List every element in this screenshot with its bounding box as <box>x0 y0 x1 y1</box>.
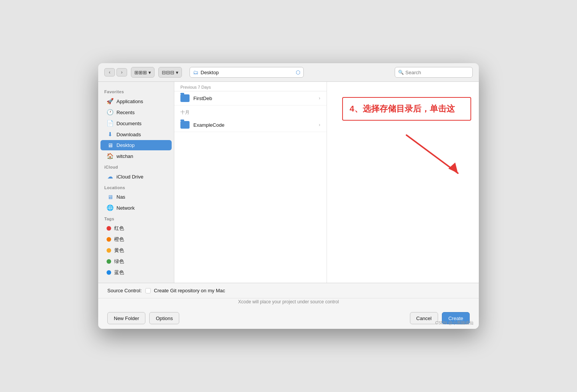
folder-icon: 🗂 <box>193 69 198 75</box>
chevron-down-icon: ▾ <box>148 70 151 75</box>
forward-button[interactable]: › <box>116 68 127 76</box>
watermark: CSDN @小黑猫成仙 <box>435 320 473 326</box>
nas-icon: 🖥 <box>107 194 113 200</box>
sidebar-item-icloud-drive[interactable]: ☁ iCloud Drive <box>100 171 172 182</box>
chevron-down-icon2: ▾ <box>176 70 179 75</box>
view-columns-button[interactable]: ⊞⊞⊞ ▾ <box>131 67 155 78</box>
search-box[interactable]: 🔍 <box>395 67 473 78</box>
file-item-examplecode[interactable]: ExampleCode › <box>174 118 327 132</box>
sidebar-item-nas-label: Nas <box>116 194 125 200</box>
favorites-header: Favorites <box>98 86 174 96</box>
detail-panel: 4、选择存储目录后，单击这 <box>327 82 479 283</box>
annotation-text: 4、选择存储目录后，单击这 <box>350 104 455 113</box>
sidebar-item-desktop-label: Desktop <box>116 142 135 148</box>
locations-header: Locations <box>98 182 174 191</box>
git-checkbox-label: Create Git repository on my Mac <box>154 288 225 293</box>
desktop-icon: 🖥 <box>107 142 113 148</box>
recents-icon: 🕐 <box>107 109 113 116</box>
toolbar: ‹ › ⊞⊞⊞ ▾ ⊟⊟⊟ ▾ 🗂 Desktop ⬡ 🔍 <box>98 63 479 82</box>
button-row: New Folder Options Cancel Create <box>98 308 479 329</box>
tag-red-label: 红色 <box>114 225 124 232</box>
sidebar-item-tag-orange[interactable]: 橙色 <box>100 234 172 245</box>
sidebar-item-tag-red[interactable]: 红色 <box>100 223 172 234</box>
chevron-right-icon-examplecode: › <box>319 122 320 127</box>
sidebar-item-nas[interactable]: 🖥 Nas <box>100 192 172 202</box>
icloud-icon: ☁ <box>107 173 113 180</box>
bottom-panel: Source Control: Create Git repository on… <box>98 283 479 329</box>
documents-icon: 📄 <box>107 120 113 127</box>
back-button[interactable]: ‹ <box>104 68 115 76</box>
sidebar-item-tag-green[interactable]: 绿色 <box>100 256 172 267</box>
folder-icon-firstdeb <box>180 94 190 102</box>
sidebar-item-downloads-label: Downloads <box>116 132 141 137</box>
home-icon: 🏠 <box>107 153 113 159</box>
orange-tag-dot <box>107 237 111 242</box>
blue-tag-dot <box>107 270 111 275</box>
grid-icon: ⊟⊟⊟ <box>162 70 174 75</box>
sidebar-item-network[interactable]: 🌐 Network <box>100 202 172 213</box>
source-control-label: Source Control: <box>107 288 142 293</box>
git-checkbox[interactable] <box>145 288 151 293</box>
sidebar-item-recents-label: Recents <box>116 110 135 115</box>
sidebar-item-applications[interactable]: 🚀 Applications <box>100 96 172 107</box>
yellow-tag-dot <box>107 248 111 253</box>
checkbox-wrapper: Create Git repository on my Mac <box>145 288 225 293</box>
tag-green-label: 绿色 <box>114 258 124 265</box>
tags-header: Tags <box>98 214 174 223</box>
file-name-firstdeb: FirstDeb <box>193 96 315 101</box>
new-folder-button[interactable]: New Folder <box>107 312 145 324</box>
dropdown-chevron-icon: ⬡ <box>296 69 300 75</box>
file-name-examplecode: ExampleCode <box>193 122 315 128</box>
tag-blue-label: 蓝色 <box>114 269 124 276</box>
section-month: 十月 <box>174 105 327 118</box>
sidebar-item-downloads[interactable]: ⬇ Downloads <box>100 129 172 140</box>
tag-yellow-label: 黄色 <box>114 247 124 254</box>
sidebar-item-witchan-label: witchan <box>116 153 133 159</box>
location-dropdown[interactable]: 🗂 Desktop ⬡ <box>190 67 304 78</box>
sidebar: Favorites 🚀 Applications 🕐 Recents 📄 Doc… <box>98 82 174 283</box>
sidebar-item-recents[interactable]: 🕐 Recents <box>100 107 172 118</box>
xcode-hint: Xcode will place your project under sour… <box>98 298 479 308</box>
cancel-button[interactable]: Cancel <box>410 312 438 324</box>
section-previous-7-days: Previous 7 Days <box>174 82 327 91</box>
red-tag-dot <box>107 226 111 231</box>
source-control-row: Source Control: Create Git repository on… <box>98 283 479 298</box>
file-panel-left: Previous 7 Days FirstDeb › 十月 ExampleCod… <box>174 82 327 283</box>
sidebar-item-desktop[interactable]: 🖥 Desktop <box>100 140 172 150</box>
annotation-box: 4、选择存储目录后，单击这 <box>342 97 472 121</box>
search-input[interactable] <box>405 70 469 75</box>
chevron-right-icon-firstdeb: › <box>319 96 320 101</box>
options-button[interactable]: Options <box>149 312 179 324</box>
nav-buttons: ‹ › <box>104 68 127 76</box>
file-item-firstdeb[interactable]: FirstDeb › <box>174 91 327 105</box>
annotation-arrow <box>399 127 467 182</box>
tag-orange-label: 橙色 <box>114 236 124 243</box>
sidebar-item-icloud-label: iCloud Drive <box>116 174 143 180</box>
icloud-header: iCloud <box>98 162 174 171</box>
svg-marker-1 <box>448 163 458 173</box>
sidebar-item-tag-yellow[interactable]: 黄色 <box>100 245 172 256</box>
location-label: Desktop <box>201 70 293 75</box>
sidebar-item-witchan[interactable]: 🏠 witchan <box>100 151 172 161</box>
sidebar-item-network-label: Network <box>116 205 135 211</box>
downloads-icon: ⬇ <box>107 131 113 138</box>
sidebar-item-documents[interactable]: 📄 Documents <box>100 118 172 129</box>
sidebar-item-applications-label: Applications <box>116 99 143 104</box>
view-grid-button[interactable]: ⊟⊟⊟ ▾ <box>158 67 182 78</box>
folder-icon-examplecode <box>180 121 190 129</box>
applications-icon: 🚀 <box>107 98 113 105</box>
network-icon: 🌐 <box>107 204 113 211</box>
columns-icon: ⊞⊞⊞ <box>134 70 147 75</box>
search-icon: 🔍 <box>398 70 404 75</box>
sidebar-item-documents-label: Documents <box>116 121 142 126</box>
sidebar-item-tag-blue[interactable]: 蓝色 <box>100 267 172 278</box>
green-tag-dot <box>107 259 111 264</box>
main-content: Favorites 🚀 Applications 🕐 Recents 📄 Doc… <box>98 82 479 283</box>
